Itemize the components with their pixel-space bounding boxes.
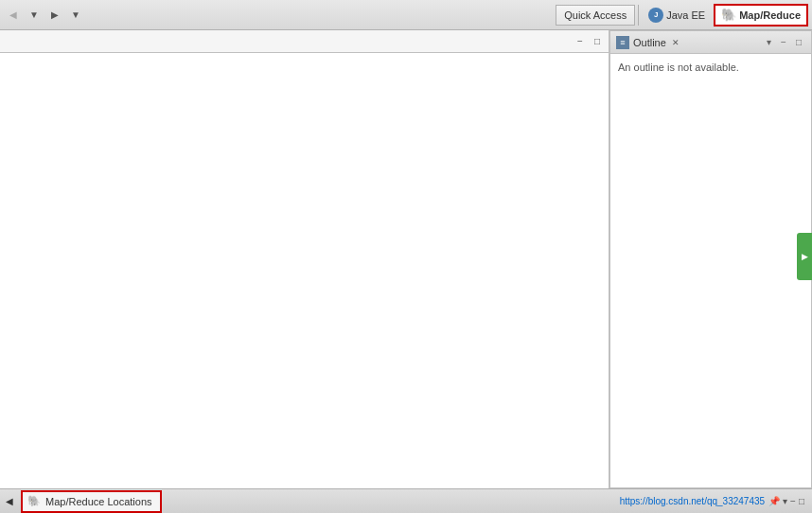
outline-minimize-button[interactable]: − <box>777 36 790 49</box>
status-bar-left: ◀ 🐘 Map/Reduce Locations <box>6 490 162 513</box>
outline-message: An outline is not available. <box>618 62 739 73</box>
right-panel: ≡ Outline ✕ ▾ − □ An outline is not avai… <box>609 30 812 488</box>
status-bar-right: https://blog.csdn.net/qq_33247435 📌 ▾ − … <box>620 496 804 506</box>
nav-dropdown-button[interactable]: ▼ <box>25 6 44 25</box>
map-reduce-locations-button[interactable]: 🐘 Map/Reduce Locations <box>21 490 162 513</box>
perspective-tab-java-ee[interactable]: J Java EE <box>642 4 712 27</box>
forward-button[interactable]: ▶ <box>45 6 64 25</box>
map-reduce-locations-icon: 🐘 <box>26 494 42 509</box>
quick-access-area: Quick Access <box>556 5 635 26</box>
map-reduce-label: Map/Reduce <box>739 9 801 21</box>
editor-maximize-button[interactable]: □ <box>590 34 605 49</box>
perspective-tabs: J Java EE 🐘 Map/Reduce <box>642 4 808 27</box>
outline-header: ≡ Outline ✕ ▾ − □ <box>610 31 811 54</box>
toolbar-separator <box>638 5 639 26</box>
outline-title: Outline <box>633 37 666 48</box>
status-minimize-icon[interactable]: − <box>790 496 796 506</box>
outline-icon: ≡ <box>616 36 629 49</box>
perspective-tab-map-reduce[interactable]: 🐘 Map/Reduce <box>714 4 808 27</box>
outline-dropdown-button[interactable]: ▾ <box>762 36 775 49</box>
outline-panel: ≡ Outline ✕ ▾ − □ An outline is not avai… <box>609 30 812 488</box>
java-ee-icon: J <box>648 8 663 23</box>
editor-content <box>0 53 609 488</box>
quick-access-button[interactable]: Quick Access <box>556 5 635 26</box>
editor-area: − □ <box>0 30 609 488</box>
status-pin-icon[interactable]: 📌 <box>768 496 780 506</box>
outline-header-controls: ▾ − □ <box>762 36 805 49</box>
map-reduce-locations-label: Map/Reduce Locations <box>45 496 152 507</box>
status-bar: ◀ 🐘 Map/Reduce Locations https://blog.cs… <box>0 488 812 513</box>
main-toolbar: ◀ ▼ ▶ ▼ Quick Access J Java EE 🐘 Map/Red… <box>0 0 812 30</box>
back-button[interactable]: ◀ <box>4 6 23 25</box>
navigation-buttons: ◀ ▼ ▶ ▼ <box>4 6 85 25</box>
outline-maximize-button[interactable]: □ <box>792 36 805 49</box>
forward-dropdown-button[interactable]: ▼ <box>66 6 85 25</box>
green-side-icon: ▶ <box>800 252 809 261</box>
outline-body: An outline is not available. <box>610 54 811 80</box>
status-maximize-icon[interactable]: □ <box>799 496 804 506</box>
status-bar-prefix: ◀ <box>6 496 13 506</box>
editor-minimize-button[interactable]: − <box>573 34 588 49</box>
outline-header-left: ≡ Outline ✕ <box>616 36 681 49</box>
java-ee-label: Java EE <box>666 9 705 21</box>
green-side-button[interactable]: ▶ <box>797 233 812 280</box>
url-text: https://blog.csdn.net/qq_33247435 <box>620 496 765 506</box>
outline-close-button[interactable]: ✕ <box>670 37 681 48</box>
main-layout: − □ ≡ Outline ✕ ▾ − □ An outline is not … <box>0 30 812 488</box>
status-icons: 📌 ▾ − □ <box>768 496 804 506</box>
editor-toolbar: − □ <box>0 30 609 53</box>
status-dropdown-icon[interactable]: ▾ <box>783 496 787 506</box>
map-reduce-perspective-icon: 🐘 <box>721 8 736 23</box>
